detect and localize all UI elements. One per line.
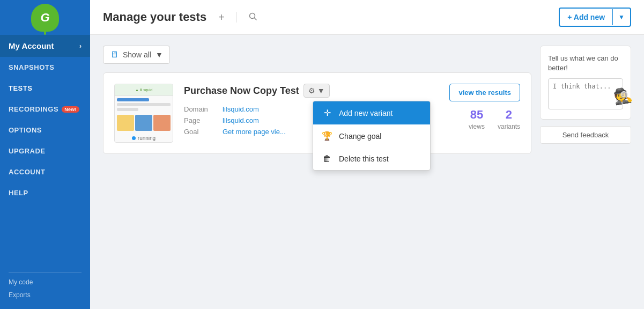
sidebar-item-tests[interactable]: TESTS xyxy=(0,78,90,99)
test-card: ▲ lil squid running xyxy=(103,72,531,154)
test-actions: view the results 85 views 2 variants xyxy=(449,84,520,130)
options-label: OPTIONS xyxy=(9,126,42,134)
thumb-status: running xyxy=(115,133,173,142)
thumb-block-3 xyxy=(153,115,171,131)
test-dropdown-menu: ✛ Add new variant 🏆 Change goal 🗑 Delete… xyxy=(313,101,431,171)
variants-stat: 2 variants xyxy=(498,108,520,130)
thumb-line-1 xyxy=(117,98,149,101)
thumb-line-2 xyxy=(117,103,171,106)
views-stat: 85 views xyxy=(469,108,485,130)
trash-icon: 🗑 xyxy=(322,154,332,164)
logo-icon: G xyxy=(31,4,59,32)
domain-value[interactable]: lilsquid.com xyxy=(223,105,259,113)
page-title: Manage your tests xyxy=(103,10,206,24)
views-value: 85 xyxy=(469,108,485,122)
test-title-row: Purchase Now Copy Test ⚙ ▼ xyxy=(184,84,439,98)
change-goal-item[interactable]: 🏆 Change goal xyxy=(313,124,430,148)
view-results-button[interactable]: view the results xyxy=(449,84,520,101)
sidebar-item-help[interactable]: HELP xyxy=(0,182,90,203)
goal-label: Goal xyxy=(184,128,216,136)
show-all-chevron: ▼ xyxy=(156,50,163,59)
thumb-block-1 xyxy=(117,115,134,131)
variants-label: variants xyxy=(498,123,520,130)
right-panel: Tell us what we can do better! 🕵️ Send f… xyxy=(540,46,631,298)
my-account-item[interactable]: My Account › xyxy=(0,35,90,57)
page-value[interactable]: lilsquid.com xyxy=(223,116,259,124)
search-icon-button[interactable] xyxy=(246,9,261,26)
my-account-chevron: › xyxy=(79,42,82,50)
sidebar-item-recordings[interactable]: RECORDINGS New! xyxy=(0,99,90,120)
add-new-button[interactable]: + Add new ▼ xyxy=(559,8,631,27)
page-label: Page xyxy=(184,116,216,124)
content-area: 🖥 Show all ▼ ▲ lil squid xyxy=(90,35,644,309)
thumb-line-3 xyxy=(117,108,138,111)
sidebar-bottom: My code Exports xyxy=(0,277,90,309)
feedback-prompt: Tell us what we can do better! xyxy=(548,54,623,73)
exports-link[interactable]: Exports xyxy=(9,290,82,300)
test-stats: 85 views 2 variants xyxy=(469,108,520,130)
feedback-card: Tell us what we can do better! 🕵️ xyxy=(540,46,631,120)
snapshots-label: SNAPSHOTS xyxy=(9,63,54,71)
sidebar-item-upgrade[interactable]: UPGRADE xyxy=(0,141,90,161)
status-label: running xyxy=(138,135,156,141)
gear-icon: ⚙ xyxy=(308,86,315,95)
upgrade-label: UPGRADE xyxy=(9,147,46,155)
sidebar-nav: SNAPSHOTS TESTS RECORDINGS New! OPTIONS … xyxy=(0,57,90,268)
add-new-label: + Add new xyxy=(567,13,605,21)
gear-chevron-icon: ▼ xyxy=(317,86,325,95)
logo[interactable]: G xyxy=(0,0,90,35)
send-feedback-button[interactable]: Send feedback xyxy=(540,126,631,144)
thumb-images xyxy=(117,115,171,131)
thumb-top: ▲ lil squid xyxy=(115,84,173,96)
add-variant-item[interactable]: ✛ Add new variant xyxy=(313,101,430,124)
feedback-input[interactable] xyxy=(548,78,623,109)
new-badge: New! xyxy=(62,106,79,113)
add-icon-button[interactable]: + xyxy=(215,9,228,26)
add-variant-icon: ✛ xyxy=(322,108,332,118)
delete-test-item[interactable]: 🗑 Delete this test xyxy=(313,148,430,170)
svg-line-1 xyxy=(254,18,256,20)
help-label: HELP xyxy=(9,189,28,197)
trophy-icon: 🏆 xyxy=(322,131,332,141)
add-variant-label: Add new variant xyxy=(339,109,393,117)
sidebar-item-account[interactable]: ACCOUNT xyxy=(0,161,90,182)
add-new-main[interactable]: + Add new xyxy=(560,9,612,26)
status-dot-icon xyxy=(132,136,136,140)
recordings-label: RECORDINGS xyxy=(9,105,58,113)
sidebar-item-options[interactable]: OPTIONS xyxy=(0,120,90,141)
thumb-block-2 xyxy=(135,115,152,131)
tests-panel: 🖥 Show all ▼ ▲ lil squid xyxy=(103,46,531,298)
my-account-label: My Account xyxy=(9,41,54,50)
sidebar-item-snapshots[interactable]: SNAPSHOTS xyxy=(0,57,90,78)
show-all-label: Show all xyxy=(123,50,151,59)
variants-value: 2 xyxy=(498,108,520,122)
change-goal-label: Change goal xyxy=(339,132,381,141)
sidebar-divider xyxy=(9,272,82,273)
add-new-dropdown[interactable]: ▼ xyxy=(612,9,630,25)
thumb-content xyxy=(115,96,173,133)
goal-value[interactable]: Get more page vie... xyxy=(223,128,286,136)
tests-label: TESTS xyxy=(9,84,32,92)
monitor-icon: 🖥 xyxy=(110,50,119,60)
header-left: Manage your tests + xyxy=(103,9,261,26)
delete-test-label: Delete this test xyxy=(339,154,389,163)
dropdown-chevron-icon: ▼ xyxy=(618,13,625,21)
filter-bar: 🖥 Show all ▼ xyxy=(103,46,531,64)
header-divider xyxy=(236,12,237,23)
views-label: views xyxy=(469,123,485,130)
account-label: ACCOUNT xyxy=(9,168,46,176)
domain-label: Domain xyxy=(184,105,216,113)
main-content: Manage your tests + + Add new ▼ xyxy=(90,0,644,309)
test-gear-button[interactable]: ⚙ ▼ xyxy=(304,84,330,98)
my-code-link[interactable]: My code xyxy=(9,277,82,288)
sidebar: G My Account › SNAPSHOTS TESTS RECORDING… xyxy=(0,0,90,309)
header: Manage your tests + + Add new ▼ xyxy=(90,0,644,35)
test-thumbnail: ▲ lil squid running xyxy=(114,84,173,143)
logo-letter: G xyxy=(40,11,49,25)
test-name: Purchase Now Copy Test xyxy=(184,85,299,97)
show-all-button[interactable]: 🖥 Show all ▼ xyxy=(103,46,170,64)
